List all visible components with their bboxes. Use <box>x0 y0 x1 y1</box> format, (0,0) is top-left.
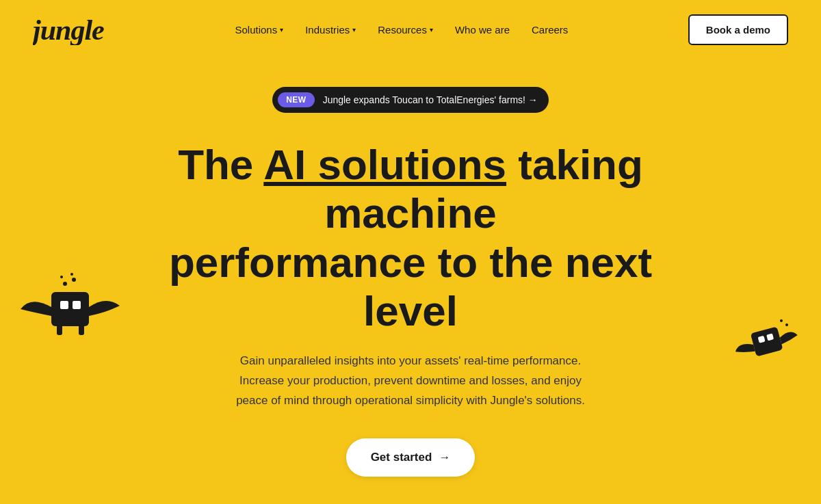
svg-rect-2 <box>60 301 68 309</box>
hero-heading: The AI solutions taking machineperforman… <box>130 140 691 335</box>
svg-point-14 <box>785 323 788 326</box>
book-demo-button[interactable]: Book a demo <box>688 14 788 45</box>
new-badge: NEW <box>278 92 315 107</box>
mascot-left <box>14 258 127 349</box>
hero-section: NEW Jungle expands Toucan to TotalEnergi… <box>0 59 821 504</box>
svg-point-7 <box>70 273 73 276</box>
svg-point-6 <box>60 276 63 278</box>
svg-text:jungle: jungle <box>33 14 104 45</box>
nav-item-who-we-are[interactable]: Who we are <box>455 24 510 36</box>
svg-rect-9 <box>79 325 84 335</box>
svg-point-13 <box>780 319 783 322</box>
mascot-right <box>732 313 800 370</box>
heading-highlight: AI solutions <box>263 141 506 188</box>
chevron-down-icon: ▾ <box>352 26 356 34</box>
chevron-down-icon: ▾ <box>430 26 433 34</box>
hero-subtext: Gain unparalleled insights into your ass… <box>226 352 595 411</box>
announcement-text: Jungle expands Toucan to TotalEnergies' … <box>323 94 543 105</box>
svg-point-4 <box>63 282 67 286</box>
announcement-banner[interactable]: NEW Jungle expands Toucan to TotalEnergi… <box>272 87 549 113</box>
svg-point-5 <box>72 278 76 282</box>
chevron-down-icon: ▾ <box>280 26 283 34</box>
nav-item-resources[interactable]: Resources ▾ <box>378 24 433 36</box>
navbar: jungle Solutions ▾ Industries ▾ Resource… <box>0 0 821 59</box>
get-started-button[interactable]: Get started → <box>346 438 475 477</box>
get-started-label: Get started <box>371 451 432 464</box>
svg-rect-10 <box>751 326 783 356</box>
nav-item-solutions[interactable]: Solutions ▾ <box>235 24 283 36</box>
logo[interactable]: jungle <box>33 11 115 49</box>
nav-item-careers[interactable]: Careers <box>532 24 568 36</box>
nav-item-industries[interactable]: Industries ▾ <box>305 24 356 36</box>
svg-rect-1 <box>51 292 89 326</box>
nav-links: Solutions ▾ Industries ▾ Resources ▾ Who… <box>235 24 568 36</box>
svg-rect-3 <box>73 301 81 309</box>
svg-rect-8 <box>57 325 62 335</box>
arrow-icon: → <box>439 451 450 464</box>
